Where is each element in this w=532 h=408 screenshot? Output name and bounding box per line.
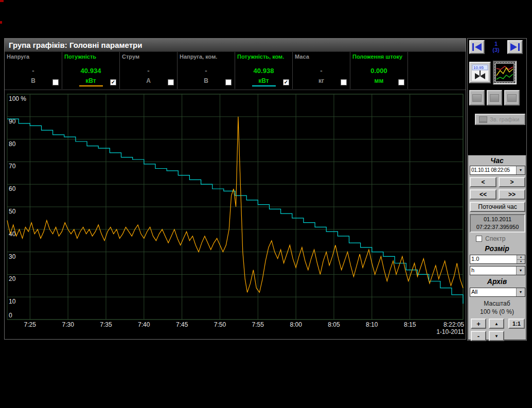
jump-forward-button[interactable]: >> xyxy=(499,189,525,200)
step-forward-button[interactable]: > xyxy=(499,177,525,187)
trend-chart-icon xyxy=(496,64,513,81)
desktop: Група графіків: Головні параметри Напруг… xyxy=(0,0,532,408)
svg-text:70: 70 xyxy=(9,163,16,170)
svg-text:7:25: 7:25 xyxy=(24,321,37,328)
shift-up-button[interactable]: ▲ xyxy=(489,318,504,329)
current-time-button[interactable]: Поточний час xyxy=(470,202,525,212)
svg-text:8:05: 8:05 xyxy=(328,321,340,328)
svg-text:8:15: 8:15 xyxy=(404,321,416,328)
current-datetime-display: 01.10.2011 07:22:37.395950 xyxy=(470,214,525,233)
mnemonic-icon-label: 10.95 xyxy=(473,65,484,70)
zoom-reset-button[interactable]: 1:1 xyxy=(508,318,525,329)
channel-unit: мм xyxy=(375,77,384,84)
window-title: Група графіків: Головні параметри xyxy=(5,39,466,52)
svg-text:7:50: 7:50 xyxy=(214,321,226,328)
pager-total: (3) xyxy=(486,47,506,53)
svg-text:80: 80 xyxy=(9,140,16,148)
channel-checkbox[interactable]: ✓ xyxy=(283,79,289,85)
jump-back-button[interactable]: << xyxy=(470,189,496,200)
prev-group-button[interactable] xyxy=(469,40,485,54)
channel-value: 40.938 xyxy=(235,66,292,75)
channel-unit: А xyxy=(146,77,151,84)
linked-graphs-icon xyxy=(479,116,487,123)
svg-text:7:55: 7:55 xyxy=(252,321,264,328)
graphs-view-button[interactable] xyxy=(493,61,517,84)
time-select[interactable]: 01.10.11 08:22:05 ▼ xyxy=(470,166,525,175)
step-back-button[interactable]: < xyxy=(470,177,496,187)
export-tools-button[interactable] xyxy=(504,90,520,105)
archive-header: Архів xyxy=(468,277,526,286)
channel-label: Маса xyxy=(293,52,350,66)
channel-bottom: кВт ✓ xyxy=(235,75,292,88)
svg-text:100 %: 100 % xyxy=(9,95,26,102)
next-group-button[interactable] xyxy=(507,40,523,54)
channel-bottom: А xyxy=(120,75,177,88)
channel-label: Напруга, ком. xyxy=(178,52,235,66)
channel-box: Напруга, ком. - В xyxy=(178,52,235,89)
channel-label: Положення штоку xyxy=(350,52,407,66)
channel-checkbox[interactable] xyxy=(398,79,404,85)
size-unit-value: h xyxy=(470,267,516,275)
channel-checkbox[interactable] xyxy=(52,79,59,85)
archive-tools-button[interactable] xyxy=(469,90,485,105)
size-spinner[interactable]: 1.0 ▲ ▼ xyxy=(470,255,525,264)
channel-label: Потужність xyxy=(62,52,119,66)
svg-text:20: 20 xyxy=(9,275,16,282)
chart-area[interactable]: 100 %90807060504030201007:257:307:357:40… xyxy=(5,90,465,339)
shift-down-button[interactable]: ▼ xyxy=(489,331,504,341)
svg-text:1-10-2011: 1-10-2011 xyxy=(436,328,464,335)
channel-label: Струм xyxy=(120,52,177,66)
channel-box: Потужність, ком. 40.938 кВт ✓ xyxy=(235,52,293,89)
svg-text:10: 10 xyxy=(9,298,16,305)
group-pager: 1 (3) xyxy=(486,41,506,53)
archive-select[interactable]: All ▼ xyxy=(470,288,525,297)
size-value: 1.0 xyxy=(470,255,517,263)
channel-box: Положення штоку 0.000 мм xyxy=(350,52,408,89)
tool-icon xyxy=(507,94,517,102)
zoom-label: Масштаб xyxy=(468,300,526,307)
control-panel: 1 (3) 10.95 xyxy=(467,38,527,341)
svg-text:0: 0 xyxy=(9,312,12,319)
skip-back-icon xyxy=(471,42,483,52)
svg-text:60: 60 xyxy=(9,185,16,192)
size-spin-buttons: ▲ ▼ xyxy=(517,255,525,263)
svg-text:7:40: 7:40 xyxy=(138,321,150,328)
dropdown-arrow-icon[interactable]: ▼ xyxy=(516,267,525,275)
mnemonic-view-button[interactable]: 10.95 xyxy=(469,62,491,83)
report-tools-button[interactable] xyxy=(487,90,502,105)
channel-checkbox[interactable] xyxy=(341,79,347,85)
svg-text:50: 50 xyxy=(9,208,16,215)
channel-unit: кг xyxy=(318,77,324,84)
channel-checkbox[interactable] xyxy=(168,79,174,85)
size-unit-select[interactable]: h ▼ xyxy=(470,266,525,275)
channel-unit: В xyxy=(31,77,36,84)
channel-checkbox[interactable]: ✓ xyxy=(110,79,116,85)
channel-label: Напруга xyxy=(5,52,62,66)
dropdown-arrow-icon[interactable]: ▼ xyxy=(516,166,525,174)
channel-checkbox[interactable] xyxy=(225,79,232,85)
spin-up-icon[interactable]: ▲ xyxy=(517,255,525,259)
screen-artifact xyxy=(0,21,2,24)
channel-bottom: В xyxy=(5,75,62,88)
svg-text:8:00: 8:00 xyxy=(290,321,302,328)
chart-plot[interactable]: 100 %90807060504030201007:257:307:357:40… xyxy=(5,90,465,339)
spin-down-icon[interactable]: ▼ xyxy=(517,259,525,264)
current-date: 01.10.2011 xyxy=(471,215,524,223)
svg-text:30: 30 xyxy=(9,253,16,260)
tool-icon xyxy=(472,94,482,102)
pager-current: 1 xyxy=(486,41,506,47)
channel-box: Напруга - В xyxy=(5,52,62,89)
dropdown-arrow-icon[interactable]: ▼ xyxy=(516,288,525,296)
skip-forward-icon xyxy=(509,42,521,52)
time-panel: Час 01.10.11 08:22:05 ▼ < > << >> Поточн… xyxy=(468,155,526,340)
channel-bottom: мм xyxy=(350,75,407,88)
channel-underline xyxy=(252,85,276,86)
channel-box: Маса - кг xyxy=(293,52,350,89)
zoom-out-button[interactable]: - xyxy=(471,331,486,341)
svg-text:7:45: 7:45 xyxy=(176,321,188,328)
zoom-in-button[interactable]: + xyxy=(471,318,486,329)
spectrum-checkbox[interactable] xyxy=(476,236,482,242)
channel-bottom: кг xyxy=(293,75,350,88)
linked-graphs-button[interactable]: Зв. графіки xyxy=(475,114,525,125)
linked-graphs-label: Зв. графіки xyxy=(490,116,519,122)
